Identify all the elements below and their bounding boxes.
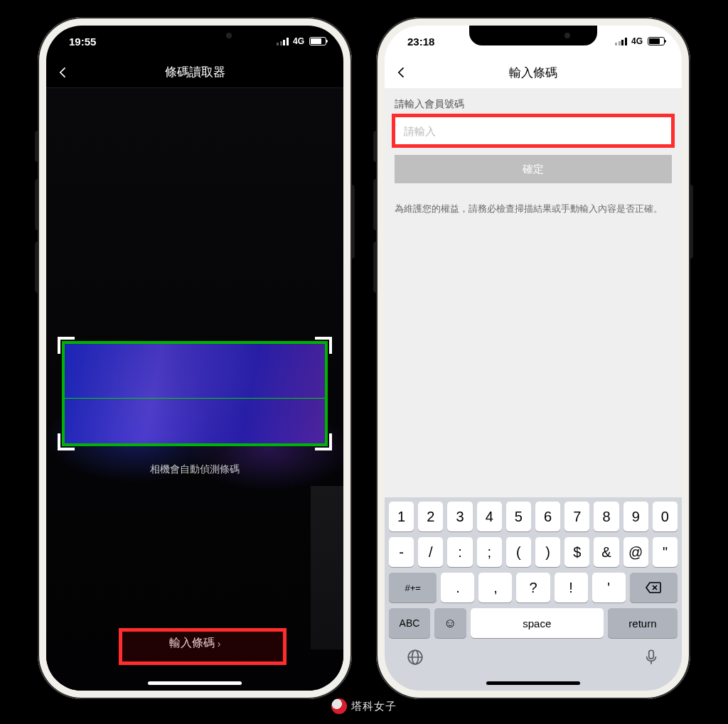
nav-title: 輸入條碼	[509, 65, 557, 81]
keyboard-space-key[interactable]: space	[471, 608, 604, 638]
scan-frame	[58, 337, 332, 450]
keyboard-key[interactable]: ;	[477, 537, 502, 567]
keyboard-key[interactable]: "	[653, 537, 678, 567]
keyboard-key[interactable]: @	[623, 537, 648, 567]
frame-corner-icon	[58, 433, 75, 450]
keyboard-key[interactable]: 8	[594, 502, 619, 531]
battery-icon	[309, 37, 326, 45]
watermark: 塔科女子	[331, 698, 397, 714]
keyboard-key[interactable]: -	[389, 537, 414, 567]
signal-icon	[277, 38, 289, 45]
phone-frame-left: 19:55 4G 條碼讀取器	[38, 17, 352, 699]
screen-left: 19:55 4G 條碼讀取器	[46, 26, 343, 691]
confirm-button[interactable]: 確定	[395, 155, 672, 183]
keyboard-key[interactable]: (	[506, 537, 531, 567]
ios-keyboard: 1234567890 -/:;()$&@" #+= .,?!' ABC ☺	[385, 497, 682, 691]
notch	[131, 26, 259, 45]
globe-icon[interactable]	[406, 648, 424, 669]
keyboard-key[interactable]: .	[441, 573, 474, 603]
keyboard-key[interactable]: $	[564, 537, 589, 567]
watermark-icon	[331, 698, 347, 714]
form-area: 請輸入會員號碼 確定 為維護您的權益，請務必檢查掃描結果或手動輸入內容是否正確。	[385, 88, 682, 216]
phone-frame-right: 23:18 4G 輸入條碼 請輸入會員號碼 確定	[376, 17, 690, 699]
chevron-right-icon: ›	[218, 638, 221, 649]
keyboard-delete-key[interactable]	[630, 573, 678, 603]
keyboard-key[interactable]: ?	[516, 573, 550, 603]
keyboard-key[interactable]: 6	[535, 502, 560, 531]
signal-icon	[615, 38, 627, 45]
back-button[interactable]	[395, 65, 409, 80]
status-right: 4G	[277, 36, 326, 46]
scan-line	[65, 398, 325, 399]
home-indicator[interactable]	[486, 681, 580, 685]
keyboard-key[interactable]: !	[555, 573, 588, 603]
frame-corner-icon	[315, 433, 332, 450]
battery-icon	[648, 37, 665, 45]
enter-code-button[interactable]: 輸入條碼 ›	[154, 629, 237, 658]
keyboard-key[interactable]: 4	[477, 502, 502, 531]
keyboard-key[interactable]: '	[592, 573, 626, 603]
scan-target-image	[62, 341, 328, 446]
keyboard-abc-key[interactable]: ABC	[389, 608, 430, 638]
keyboard-key[interactable]: 7	[564, 502, 589, 531]
status-time: 23:18	[407, 36, 434, 48]
mic-icon[interactable]	[642, 648, 660, 669]
keyboard-key[interactable]: &	[594, 537, 619, 567]
keyboard-return-key[interactable]: return	[608, 608, 678, 638]
keyboard-key[interactable]: 1	[389, 502, 414, 531]
frame-corner-icon	[58, 337, 75, 354]
keyboard-symbols-key[interactable]: #+=	[389, 573, 437, 603]
home-indicator[interactable]	[148, 681, 242, 685]
nav-title: 條碼讀取器	[165, 64, 225, 80]
keyboard-key[interactable]: 5	[506, 502, 531, 531]
keyboard-key[interactable]: /	[418, 537, 443, 567]
enter-code-label: 輸入條碼	[169, 636, 215, 651]
field-label: 請輸入會員號碼	[395, 98, 672, 111]
nav-bar: 條碼讀取器	[46, 57, 343, 88]
back-button[interactable]	[56, 65, 70, 80]
frame-corner-icon	[315, 337, 332, 354]
notice-text: 為維護您的權益，請務必檢查掃描結果或手動輸入內容是否正確。	[395, 202, 672, 216]
status-right: 4G	[615, 36, 665, 46]
watermark-text: 塔科女子	[351, 700, 397, 713]
keyboard-key[interactable]: ,	[478, 573, 512, 603]
keyboard-key[interactable]: 3	[447, 502, 472, 531]
scan-hint-text: 相機會自動偵測條碼	[46, 463, 343, 476]
scanner-view: 相機會自動偵測條碼 輸入條碼 ›	[46, 88, 343, 691]
notch	[469, 26, 597, 45]
keyboard-emoji-key[interactable]: ☺	[434, 608, 466, 638]
keyboard-key[interactable]: 0	[653, 502, 678, 531]
keyboard-key[interactable]: 2	[418, 502, 443, 531]
keyboard-key[interactable]: )	[535, 537, 560, 567]
keyboard-key[interactable]: 9	[623, 502, 648, 531]
keyboard-key[interactable]: :	[447, 537, 472, 567]
svg-rect-5	[649, 650, 654, 659]
member-code-input[interactable]	[395, 117, 672, 145]
nav-bar: 輸入條碼	[385, 57, 682, 88]
status-time: 19:55	[69, 36, 96, 48]
screen-right: 23:18 4G 輸入條碼 請輸入會員號碼 確定	[385, 26, 682, 691]
network-label: 4G	[631, 36, 643, 46]
network-label: 4G	[293, 36, 304, 46]
